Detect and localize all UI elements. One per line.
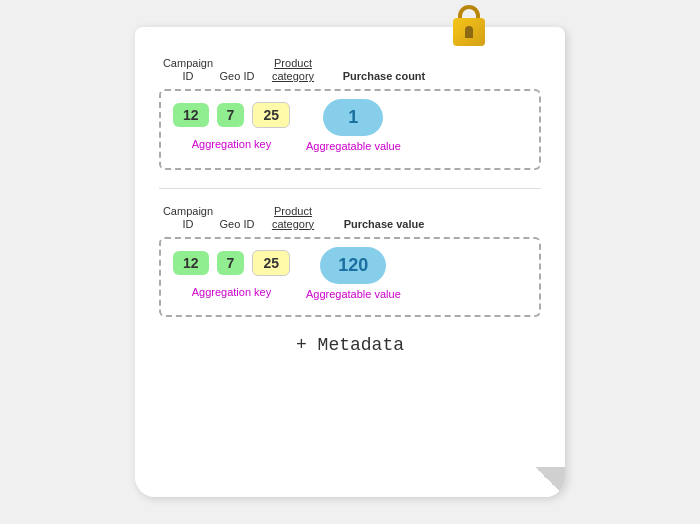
scene: Campaign ID Geo ID Product category Purc… xyxy=(10,7,690,517)
contribution-1-pills: 12 7 25 xyxy=(173,102,290,128)
contribution-2-value-group: 120 Aggregatable value xyxy=(306,247,401,301)
col-header-product-1: Product category xyxy=(257,57,329,83)
metadata-text: + Metadata xyxy=(159,335,541,355)
aggregation-label-2: Aggregation key xyxy=(192,286,272,298)
col-header-geo-1: Geo ID xyxy=(217,70,257,83)
lock-icon xyxy=(453,5,485,46)
contribution-1-value-group: 1 Aggregatable value xyxy=(306,99,401,153)
divider xyxy=(159,188,541,189)
aggregation-label-1: Aggregation key xyxy=(192,138,272,150)
pill-product-2: 25 xyxy=(252,250,290,276)
contribution-2-headers: Campaign ID Geo ID Product category Purc… xyxy=(159,205,541,231)
contribution-1-block: Campaign ID Geo ID Product category Purc… xyxy=(159,57,541,170)
col-header-campaign-1: Campaign ID xyxy=(159,57,217,83)
col-header-product-2: Product category xyxy=(257,205,329,231)
col-header-geo-2: Geo ID xyxy=(217,218,257,231)
contribution-2-pills: 12 7 25 xyxy=(173,250,290,276)
lock-keyhole xyxy=(465,26,473,38)
contribution-1-dashed-box: 12 7 25 Aggregation key 1 Aggregatable v… xyxy=(159,89,541,169)
contribution-1-headers: Campaign ID Geo ID Product category Purc… xyxy=(159,57,541,83)
contribution-2-block: Campaign ID Geo ID Product category Purc… xyxy=(159,205,541,318)
col-header-purchase-1: Purchase count xyxy=(339,70,429,83)
contribution-1-key-group: 12 7 25 Aggregation key xyxy=(173,102,290,150)
lock-shackle xyxy=(458,5,480,19)
value-oval-1: 1 xyxy=(323,99,383,136)
pill-campaign-2: 12 xyxy=(173,251,209,275)
pill-geo-1: 7 xyxy=(217,103,245,127)
aggregatable-label-1: Aggregatable value xyxy=(306,140,401,153)
lock-body xyxy=(453,18,485,46)
col-header-purchase-2: Purchase value xyxy=(339,218,429,231)
contribution-2-key-group: 12 7 25 Aggregation key xyxy=(173,250,290,298)
contribution-2-dashed-box: 12 7 25 Aggregation key 120 Aggregatable… xyxy=(159,237,541,317)
pill-campaign-1: 12 xyxy=(173,103,209,127)
aggregatable-label-2: Aggregatable value xyxy=(306,288,401,301)
card: Campaign ID Geo ID Product category Purc… xyxy=(135,27,565,497)
pill-product-1: 25 xyxy=(252,102,290,128)
pill-geo-2: 7 xyxy=(217,251,245,275)
value-oval-2: 120 xyxy=(320,247,386,284)
col-header-campaign-2: Campaign ID xyxy=(159,205,217,231)
